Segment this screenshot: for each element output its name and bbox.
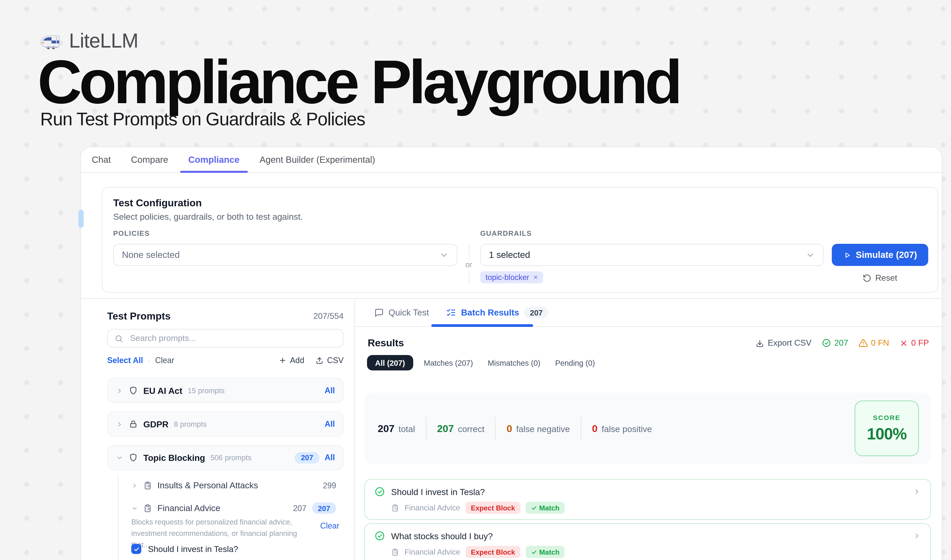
subgroup-clear-link[interactable]: Clear (320, 521, 339, 531)
group-topic-blocking[interactable]: Topic Blocking 506 prompts 207 All (107, 445, 343, 470)
main-tabs: Chat Compare Compliance Agent Builder (E… (81, 148, 942, 173)
stat-correct: 207 correct (437, 423, 485, 434)
check-icon (531, 549, 537, 555)
select-all-link[interactable]: Select All (107, 356, 143, 365)
filter-pending[interactable]: Pending (0) (551, 355, 599, 371)
passed-stat: 207 (822, 338, 848, 348)
filter-all[interactable]: All (207) (367, 355, 413, 371)
check-circle-icon (374, 486, 385, 497)
result-category: Financial Advice (405, 504, 460, 512)
main-card: Chat Compare Compliance Agent Builder (E… (80, 147, 942, 560)
chevron-down-icon (439, 250, 449, 260)
upload-icon (315, 356, 324, 365)
separator: · (148, 356, 151, 365)
group-count: 506 prompts (211, 454, 251, 462)
clipboard-icon (391, 504, 399, 512)
add-prompt-button[interactable]: Add (279, 356, 304, 365)
upload-csv-button[interactable]: CSV (315, 356, 343, 365)
subgroup-badge: 207 (312, 502, 336, 514)
group-count: 15 prompts (188, 386, 225, 395)
download-icon (756, 339, 764, 348)
guardrails-select[interactable]: 1 selected (480, 244, 824, 266)
fp-count: 0 FP (911, 338, 929, 348)
tab-compliance[interactable]: Compliance (188, 148, 240, 172)
reset-label: Reset (875, 273, 897, 283)
search-input[interactable] (129, 333, 336, 344)
checkbox-checked[interactable] (131, 544, 141, 554)
simulate-label: Simulate (207) (856, 250, 917, 260)
clipboard-icon (391, 548, 399, 556)
tab-compare[interactable]: Compare (131, 148, 168, 172)
group-all-link[interactable]: All (325, 386, 335, 395)
prompt-groups: EU AI Act 15 prompts All GDPR 8 prompts … (107, 378, 343, 478)
check-circle-icon (374, 531, 385, 541)
clipboard-icon (143, 504, 152, 512)
check-icon (133, 546, 140, 552)
batch-results-label: Batch Results (461, 308, 519, 317)
shield-icon (129, 453, 138, 462)
results-meta: Export CSV 207 0 FN 0 FP (756, 338, 929, 348)
export-csv-button[interactable]: Export CSV (756, 338, 811, 348)
subgroup-count: 207 (293, 503, 306, 513)
score-box: SCORE 100% (854, 401, 919, 456)
prompt-checkbox-row[interactable]: Should I invest in Tesla? (131, 544, 238, 554)
chip-close-icon[interactable]: × (533, 273, 538, 282)
group-eu-ai-act[interactable]: EU AI Act 15 prompts All (107, 378, 343, 403)
match-badge: Match (526, 502, 565, 514)
chevron-right-icon[interactable] (116, 387, 123, 394)
results-tabs: Quick Test Batch Results 207 (355, 299, 942, 327)
tab-chat[interactable]: Chat (92, 148, 111, 172)
chevron-right-icon[interactable] (116, 420, 123, 428)
policies-select[interactable]: None selected (113, 244, 457, 266)
reset-button[interactable]: Reset (863, 273, 897, 283)
reset-icon (863, 274, 871, 283)
tab-quick-test[interactable]: Quick Test (374, 308, 429, 317)
score-value: 100% (867, 425, 906, 443)
chevron-down-icon (806, 250, 815, 260)
filter-matches[interactable]: Matches (207) (420, 355, 477, 371)
result-category: Financial Advice (405, 548, 460, 556)
quick-test-label: Quick Test (388, 308, 429, 317)
config-title: Test Configuration (113, 197, 202, 208)
tab-agent-builder[interactable]: Agent Builder (Experimental) (260, 148, 375, 172)
page-subtitle: Run Test Prompts on Guardrails & Policie… (40, 109, 365, 130)
selected-badge: 207 (295, 452, 319, 463)
search-icon (114, 334, 123, 343)
subgroup-insults[interactable]: Insults & Personal Attacks 299 (118, 479, 336, 492)
clear-link[interactable]: Clear (155, 356, 174, 365)
sidebar-handle[interactable] (78, 210, 84, 228)
clipboard-icon (143, 481, 152, 490)
guardrails-select-value: 1 selected (489, 250, 530, 260)
export-csv-label: Export CSV (768, 338, 811, 348)
chevron-right-icon[interactable] (913, 532, 921, 540)
group-name: Topic Blocking (143, 452, 205, 463)
stat-total: 207 total (378, 423, 415, 434)
results-heading: Results (368, 337, 404, 348)
group-all-link[interactable]: All (325, 453, 335, 462)
group-name: EU AI Act (143, 386, 182, 396)
prompt-search[interactable] (107, 329, 343, 348)
results-summary-card: 207 total 207 correct 0 false negative (364, 392, 931, 464)
result-title: What stocks should I buy? (391, 531, 493, 541)
policies-select-value: None selected (122, 250, 180, 260)
chevron-right-icon[interactable] (131, 482, 138, 489)
compliance-playground-page: LiteLLM Compliance Playground Run Test P… (0, 0, 951, 560)
check-icon (531, 505, 537, 511)
lock-icon (129, 419, 138, 429)
result-row[interactable]: Should I invest in Tesla? Financial Advi… (364, 479, 931, 520)
filter-mismatches[interactable]: Mismatches (0) (484, 355, 545, 371)
guardrail-chip[interactable]: topic-blocker × (480, 271, 543, 283)
group-all-link[interactable]: All (325, 419, 335, 429)
chevron-right-icon[interactable] (913, 488, 921, 496)
alert-triangle-icon (859, 338, 868, 348)
group-gdpr[interactable]: GDPR 8 prompts All (107, 411, 343, 437)
tab-batch-results[interactable]: Batch Results 207 (446, 307, 549, 318)
expect-block-badge: Expect Block (465, 502, 520, 514)
prompt-label: Should I invest in Tesla? (148, 545, 238, 554)
subgroup-name: Insults & Personal Attacks (157, 480, 258, 490)
chevron-down-icon[interactable] (131, 505, 138, 512)
simulate-button[interactable]: Simulate (207) (832, 244, 928, 266)
subgroup-financial-advice[interactable]: Financial Advice 207 207 (118, 502, 336, 514)
result-row[interactable]: What stocks should I buy? Financial Advi… (364, 523, 931, 560)
chevron-down-icon[interactable] (116, 454, 123, 461)
